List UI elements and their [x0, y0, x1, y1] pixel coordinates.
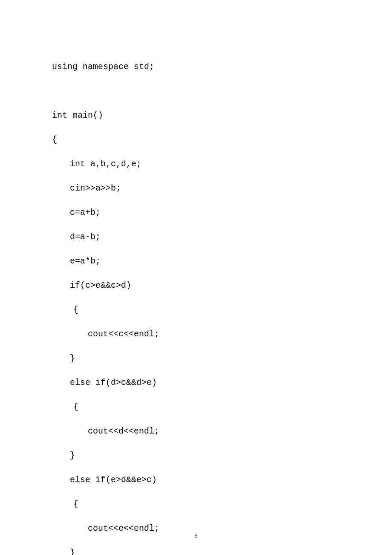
- code-line: }: [52, 346, 349, 370]
- code-line: {: [52, 298, 349, 322]
- code-line: {: [52, 395, 349, 419]
- code-line: e=a*b;: [52, 249, 349, 273]
- code-line: cin>>a>>b;: [52, 176, 349, 200]
- code-line: {: [52, 492, 349, 516]
- code-line: c=a+b;: [52, 200, 349, 225]
- code-line: }: [52, 443, 349, 468]
- code-line: else if(d>c&&d>e): [52, 370, 349, 395]
- code-line: cout<<c<<endl;: [52, 322, 349, 346]
- code-line: {: [52, 127, 349, 152]
- code-line: else if(e>d&&e>c): [52, 468, 349, 492]
- code-line: int main(): [52, 103, 349, 127]
- code-line: d=a-b;: [52, 225, 349, 249]
- code-line: cout<<d<<endl;: [52, 419, 349, 443]
- code-block: using namespace std; int main() { int a,…: [0, 0, 392, 555]
- page-number: 5: [0, 532, 392, 539]
- code-line: int a,b,c,d,e;: [52, 152, 349, 176]
- code-line: if(c>e&&c>d): [52, 273, 349, 298]
- code-line: using namespace std;: [52, 55, 349, 79]
- code-line: }: [52, 541, 349, 555]
